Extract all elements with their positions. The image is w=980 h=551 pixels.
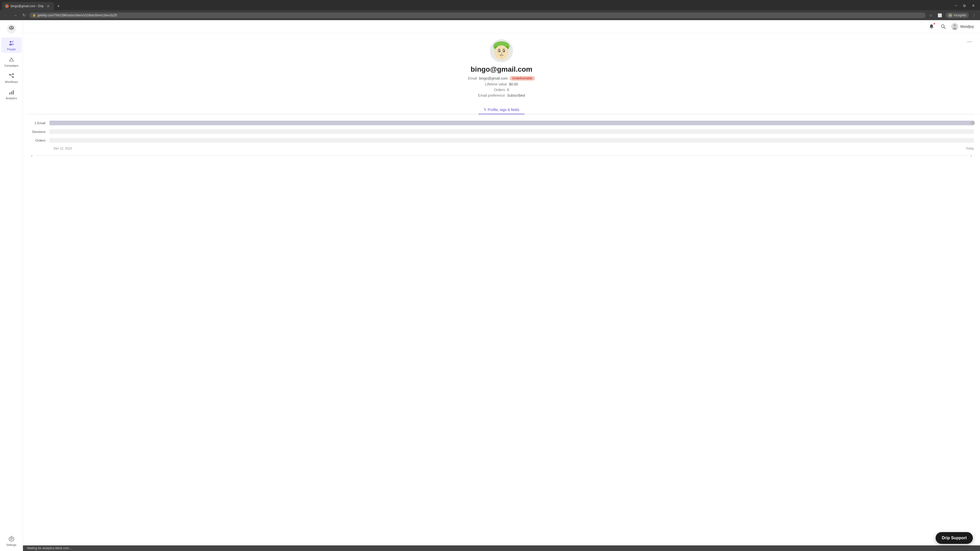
svg-line-14 [11,74,12,75]
svg-rect-12 [12,73,14,75]
orders-value: 0 [507,88,509,92]
chart-row-email: 1 Email [29,121,974,125]
address-bar[interactable]: 🔒 getdrip.com/7641396/subscribers/x31t6x… [29,13,926,18]
chart-bar-email [49,121,974,125]
chart-bar-container-sessions [49,129,974,134]
drip-logo[interactable] [5,23,18,35]
incognito-badge: 🕵 Incognito [945,13,969,18]
people-icon [8,40,15,47]
undeliverable-badge: Undeliverable [510,76,535,81]
new-tab-button[interactable]: + [55,2,62,10]
close-window-button[interactable]: ✕ [969,3,978,9]
svg-rect-11 [9,74,11,76]
minimize-button[interactable]: ─ [951,3,960,9]
chart-date-start: Dec 12, 2023 [54,147,72,150]
email-meta-value: bingo@gmail.com [479,76,508,80]
chart-label-email: 1 Email [29,121,49,125]
svg-point-24 [953,27,957,30]
svg-rect-13 [12,76,14,78]
email-meta-row: Email bingo@gmail.com Undeliverable [468,76,535,81]
activity-chart: 1 Email Sessions Orders [29,121,974,159]
svg-point-3 [12,27,13,28]
tab-bar: 🌀 bingo@gmail.com - Drip ✕ + ─ ⧉ ✕ [0,0,980,10]
chart-scroll-right[interactable]: › [969,152,974,159]
analytics-icon [8,89,15,96]
svg-point-9 [11,58,12,59]
back-button[interactable]: ← [3,12,10,19]
tab-favicon: 🌀 [5,4,9,8]
chart-scroll-controls: ‹ › [29,152,974,159]
svg-point-33 [501,56,502,57]
chart-row-sessions: Sessions [29,129,974,134]
campaigns-icon [8,56,15,63]
app: People Campaigns [0,20,980,551]
profile-tabs: ✎ Profile, tags & fields [29,102,974,114]
svg-point-5 [10,41,11,43]
chart-label-orders: Orders [29,138,49,142]
restore-button[interactable]: ⧉ [960,3,969,9]
svg-rect-17 [11,92,12,95]
subscriber-avatar [490,39,513,62]
sidebar-item-people[interactable]: People [1,38,22,53]
tab-close-button[interactable]: ✕ [46,3,51,9]
active-tab[interactable]: 🌀 bingo@gmail.com - Drip ✕ [2,2,54,10]
reload-button[interactable]: ↻ [21,12,27,19]
notifications-button[interactable] [928,23,935,30]
cast-button[interactable]: ⬜ [936,12,943,18]
sidebar-item-label-workflows: Workflows [5,80,18,83]
profile-section: ··· [23,33,980,114]
more-options-button[interactable]: ··· [965,37,974,46]
main-content: Moodjoy ··· [23,20,980,551]
sidebar-item-workflows[interactable]: Workflows [1,70,22,86]
svg-point-19 [11,538,12,540]
chart-dot-email [971,121,975,125]
email-preference-value: Subscribed [507,94,525,97]
menu-button[interactable]: ⋮ [971,12,977,18]
svg-point-6 [12,41,13,42]
svg-point-20 [931,28,932,29]
incognito-icon: 🕵 [948,13,952,17]
scroll-track [35,156,967,156]
search-button[interactable] [939,23,947,30]
browser-actions: ☆ ⬜ 🕵 Incognito ⋮ [928,12,977,18]
drip-support-button[interactable]: Drip Support [935,532,973,544]
drip-support-label: Drip Support [942,536,967,540]
svg-line-15 [11,75,12,77]
chart-bar-container-email [49,121,974,125]
incognito-label: Incognito [954,14,966,17]
user-info[interactable]: Moodjoy [951,23,974,30]
svg-point-32 [501,53,502,54]
sidebar-item-settings[interactable]: Settings [1,533,22,548]
chart-bar-container-orders [49,138,974,143]
workflows-icon [8,72,15,79]
address-bar-row: ← → ↻ 🔒 getdrip.com/7641396/subscribers/… [0,10,980,20]
sidebar-item-label-campaigns: Campaigns [4,64,19,67]
bookmark-button[interactable]: ☆ [928,12,934,18]
lifetime-value: $0.00 [509,82,518,86]
email-preference-row: Email preference Subscribed [478,94,525,97]
tab-profile-tags-fields[interactable]: ✎ Profile, tags & fields [479,106,525,114]
svg-point-8 [11,44,14,45]
svg-point-4 [10,29,13,30]
settings-icon [8,535,15,542]
sidebar-item-analytics[interactable]: Analytics [1,86,22,102]
status-bar: Waiting for analytics.tiktok.com... [23,545,980,551]
email-preference-label: Email preference [478,94,505,97]
window-controls: ─ ⧉ ✕ [951,3,978,10]
svg-point-30 [499,51,500,52]
user-name: Moodjoy [960,24,974,29]
sidebar-item-wrapper-people: People [1,38,22,53]
sidebar-item-label-analytics: Analytics [6,97,17,100]
sidebar-item-campaigns[interactable]: Campaigns [1,54,22,69]
svg-point-21 [942,25,944,27]
chart-scroll-left[interactable]: ‹ [29,152,35,159]
sidebar-item-label-people: People [7,48,16,51]
chart-dates: Dec 12, 2023 Today [29,147,974,150]
url-text: getdrip.com/7641396/subscribers/x31t6xtu… [38,14,923,17]
forward-button[interactable]: → [12,12,19,19]
orders-row: Orders 0 [494,88,509,92]
chart-row-orders: Orders [29,138,974,143]
activity-section: 1 Email Sessions Orders [23,114,980,165]
svg-rect-18 [13,90,14,94]
lifetime-value-label: Lifetime value [485,82,507,86]
